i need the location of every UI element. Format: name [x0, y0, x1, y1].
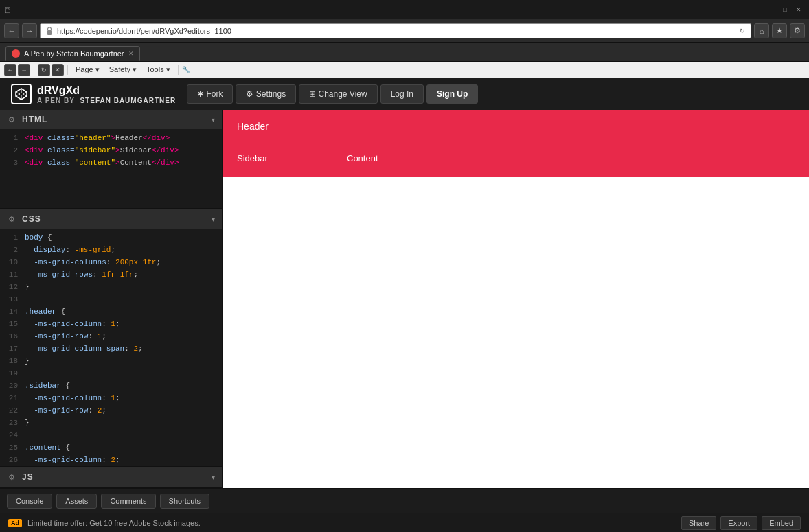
css-panel-content[interactable]: 1 body { 2 display: -ms-grid; 10 -ms-gri…	[0, 229, 222, 466]
code-line: 17 -ms-grid-column-span: 2;	[0, 343, 222, 355]
preview-content: Header Sidebar Content	[223, 110, 809, 488]
svg-line-4	[16, 92, 20, 94]
tools-menu[interactable]: Tools ▾	[142, 64, 174, 76]
embed-button[interactable]: Embed	[762, 516, 801, 530]
svg-line-7	[23, 94, 27, 96]
html-gear-icon[interactable]: ⚙	[7, 115, 16, 124]
separator3	[178, 65, 179, 75]
preview-header-element: Header	[223, 110, 809, 143]
code-line: 10 -ms-grid-columns: 200px 1fr;	[0, 256, 222, 268]
back-menu-button[interactable]: ←	[4, 64, 16, 76]
browser-titlebar: ⍰ — □ ✕	[0, 0, 809, 19]
code-line: 21 -ms-grid-column: 1;	[0, 392, 222, 404]
codepen-logo: dRVgXd A PEN BY Stefan Baumgartner	[11, 84, 176, 104]
code-line: 14 .header {	[0, 305, 222, 318]
js-panel: ⚙ JS ▾	[0, 467, 222, 488]
js-gear-icon[interactable]: ⚙	[7, 472, 16, 482]
code-line: 15 -ms-grid-column: 1;	[0, 318, 222, 330]
browser-toolbar: ← → https://codepen.io/ddprrt/pen/dRVgXd…	[0, 19, 809, 43]
code-line: 1 body {	[0, 231, 222, 244]
star-button[interactable]: ★	[772, 23, 787, 38]
bottom-bar: Console Assets Comments Shortcuts	[0, 488, 809, 513]
html-panel-title: HTML	[22, 115, 47, 124]
code-line: 20 .sidebar {	[0, 380, 222, 392]
code-line: 23 }	[0, 417, 222, 429]
window-controls: — □ ✕	[766, 5, 804, 14]
active-tab[interactable]: A Pen by Stefan Baumgartner ✕	[5, 46, 140, 61]
minimize-button[interactable]: —	[766, 5, 776, 14]
panels-left: ⚙ HTML ▾ 1 <div class="header">Header</d…	[0, 110, 223, 488]
settings-browser-button[interactable]: ⚙	[790, 23, 805, 38]
safety-menu[interactable]: Safety ▾	[105, 64, 141, 76]
html-panel-content[interactable]: 1 <div class="header">Header</div> 2 <di…	[0, 129, 222, 208]
js-panel-header[interactable]: ⚙ JS ▾	[0, 467, 222, 487]
ad-text: Limited time offer: Get 10 free Adobe St…	[27, 519, 676, 527]
css-chevron-icon[interactable]: ▾	[212, 216, 215, 223]
comments-tab[interactable]: Comments	[101, 494, 155, 509]
tab-favicon	[12, 49, 20, 58]
svg-line-5	[23, 92, 27, 94]
code-line: 18 }	[0, 355, 222, 367]
code-line: 13	[0, 293, 222, 305]
settings-button[interactable]: ⚙ Settings	[236, 84, 296, 104]
html-chevron-icon[interactable]: ▾	[212, 116, 215, 124]
status-bar: Ad Limited time offer: Get 10 free Adobe…	[0, 513, 809, 532]
code-line: 2 <div class="sidebar">Sidebar</div>	[0, 144, 222, 157]
preview-sidebar-element: Sidebar	[237, 150, 347, 166]
menu-bar: ← → ↻ ✕ Page ▾ Safety ▾ Tools ▾ 🔧	[0, 62, 809, 78]
html-panel: ⚙ HTML ▾ 1 <div class="header">Header</d…	[0, 110, 222, 209]
code-line: 16 -ms-grid-row: 1;	[0, 330, 222, 343]
code-line: 19	[0, 367, 222, 380]
home-button[interactable]: ⌂	[754, 23, 769, 38]
restore-button[interactable]: □	[780, 5, 790, 14]
pen-subtitle: A PEN BY Stefan Baumgartner	[37, 97, 176, 104]
css-panel-header[interactable]: ⚙ CSS ▾	[0, 209, 222, 229]
code-line: 22 -ms-grid-row: 2;	[0, 404, 222, 417]
editor-main: ⚙ HTML ▾ 1 <div class="header">Header</d…	[0, 110, 809, 488]
console-tab[interactable]: Console	[7, 494, 52, 509]
status-actions: Share Export Embed	[681, 516, 801, 530]
compat-icon[interactable]: 🔧	[182, 66, 190, 73]
fwd-menu-button[interactable]: →	[18, 64, 30, 76]
codepen-header: dRVgXd A PEN BY Stefan Baumgartner ✱ For…	[0, 78, 809, 110]
change-view-button[interactable]: ⊞ Change View	[299, 84, 378, 104]
page-menu[interactable]: Page ▾	[71, 64, 104, 76]
js-chevron-icon[interactable]: ▾	[212, 474, 215, 481]
pen-title: dRVgXd	[37, 84, 176, 97]
share-button[interactable]: Share	[681, 516, 716, 530]
code-line: 25 .content {	[0, 441, 222, 454]
tab-close-button[interactable]: ✕	[128, 50, 134, 57]
preview-area: Header Sidebar Content	[223, 110, 809, 488]
html-panel-header[interactable]: ⚙ HTML ▾	[0, 110, 222, 129]
signup-button[interactable]: Sign Up	[426, 84, 478, 104]
stop-button[interactable]: ✕	[52, 64, 64, 76]
shortcuts-tab[interactable]: Shortcuts	[160, 494, 209, 509]
lock-icon	[45, 26, 54, 36]
refresh-button[interactable]: ↻	[738, 27, 747, 34]
separator	[34, 65, 34, 75]
css-panel-header-left: ⚙ CSS	[7, 214, 41, 224]
assets-tab[interactable]: Assets	[56, 494, 97, 509]
url-text: https://codepen.io/ddprrt/pen/dRVgXd?edi…	[57, 27, 738, 35]
address-bar[interactable]: https://codepen.io/ddprrt/pen/dRVgXd?edi…	[40, 23, 751, 38]
css-gear-icon[interactable]: ⚙	[7, 214, 16, 224]
ad-badge: Ad	[8, 519, 22, 527]
forward-button[interactable]: →	[22, 23, 37, 38]
js-panel-header-left: ⚙ JS	[7, 472, 34, 482]
js-panel-title: JS	[22, 472, 34, 482]
browser-tab-bar: A Pen by Stefan Baumgartner ✕	[0, 43, 809, 62]
logo-icon	[11, 84, 32, 104]
pen-info: dRVgXd A PEN BY Stefan Baumgartner	[37, 84, 176, 104]
back-button[interactable]: ←	[4, 23, 19, 38]
fork-button[interactable]: ✱ Fork	[187, 84, 233, 104]
preview-content-element: Content	[347, 150, 378, 166]
code-line: 2 display: -ms-grid;	[0, 244, 222, 256]
svg-rect-0	[47, 30, 52, 35]
close-button[interactable]: ✕	[794, 5, 804, 14]
export-button[interactable]: Export	[720, 516, 757, 530]
refresh-menu-button[interactable]: ↻	[38, 64, 50, 76]
login-button[interactable]: Log In	[380, 84, 424, 104]
panel-header-left: ⚙ HTML	[7, 115, 47, 124]
code-line: 1 <div class="header">Header</div>	[0, 132, 222, 144]
header-buttons: ✱ Fork ⚙ Settings ⊞ Change View Log In S…	[187, 84, 478, 104]
